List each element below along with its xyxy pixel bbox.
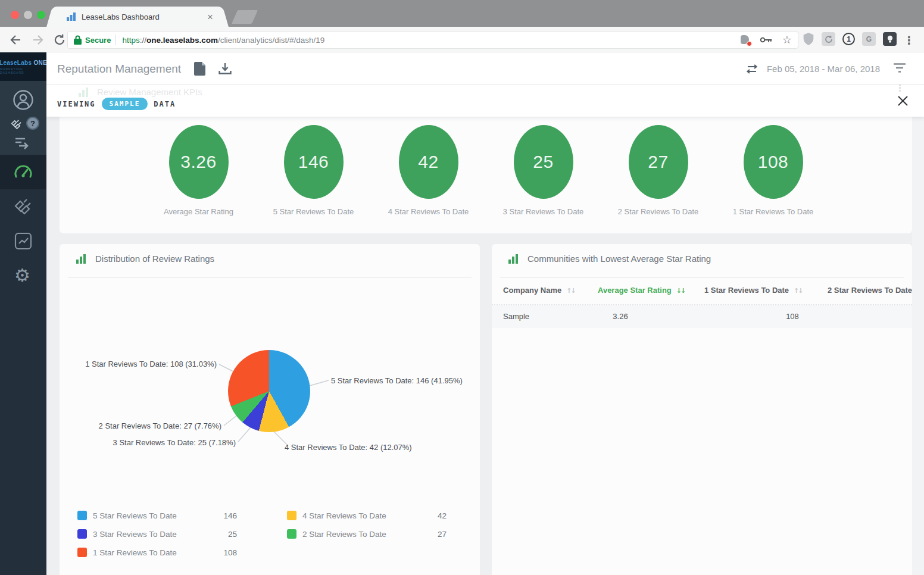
tab-favicon-chart-icon xyxy=(67,12,76,21)
pie-label-4-star: 4 Star Reviews To Date: 42 (12.07%) xyxy=(285,443,412,452)
url-divider xyxy=(116,35,116,45)
legend-item-3-star[interactable]: 3 Star Reviews To Date 25 xyxy=(77,529,287,539)
scroll-gutter[interactable] xyxy=(912,52,924,575)
viewing-prefix: VIEWING xyxy=(57,100,96,108)
shield-extension-icon[interactable] xyxy=(803,32,814,46)
kpi-card: 3.26 Average Star Rating 146 5 Star Revi… xyxy=(60,117,912,233)
legend-item-4-star[interactable]: 4 Star Reviews To Date 42 xyxy=(287,511,497,520)
communities-card: Communities with Lowest Average Star Rat… xyxy=(492,244,912,575)
sort-icon: ↑↓ xyxy=(794,287,802,295)
column-company-name[interactable]: Company Name↑↓ xyxy=(503,286,575,295)
legend-swatch xyxy=(77,548,87,557)
viewing-suffix: DATA xyxy=(154,100,176,108)
cell-1-star: 108 xyxy=(772,312,813,321)
logo-accent: ONE xyxy=(33,60,47,66)
kpi-circle: 108 xyxy=(744,125,803,199)
extension-alert-icon[interactable] xyxy=(741,35,750,45)
pie-chart[interactable] xyxy=(228,350,310,432)
table-header-row: Company Name↑↓ Average Star Rating↓↓ 1 S… xyxy=(492,286,912,301)
column-2-star-reviews[interactable]: 2 Star Reviews To Date xyxy=(828,286,912,295)
report-document-icon[interactable] xyxy=(194,62,205,76)
sort-icon-active: ↓↓ xyxy=(676,287,685,295)
forward-button[interactable] xyxy=(31,33,45,47)
date-swap-icon[interactable] xyxy=(745,64,758,74)
g-extension-icon[interactable]: G xyxy=(862,32,876,46)
url-bar[interactable]: Secure https://one.leaselabs.com/client/… xyxy=(67,31,798,49)
zoom-window-button[interactable] xyxy=(37,11,45,19)
logo-subtitle: MARKETING DASHBOARD xyxy=(0,67,46,74)
pie-label-5-star: 5 Star Reviews To Date: 146 (41.95%) xyxy=(331,376,463,385)
app-logo: LeaseLabs ONE MARKETING DASHBOARD xyxy=(0,52,46,81)
privacy-extension-icon[interactable] xyxy=(883,32,897,46)
page-title: Reputation Management xyxy=(57,62,181,76)
legend-swatch xyxy=(287,511,296,520)
integrations-plug-icon[interactable] xyxy=(14,198,32,215)
browser-window: LeaseLabs Dashboard × Secure https://one… xyxy=(0,0,924,575)
browser-menu-icon[interactable]: ⋮ xyxy=(904,34,914,46)
column-1-star-reviews[interactable]: 1 Star Reviews To Date↑↓ xyxy=(704,286,803,295)
table-row[interactable]: Sample 3.26 108 xyxy=(492,305,912,328)
legend-item-2-star[interactable]: 2 Star Reviews To Date 27 xyxy=(287,529,497,539)
pie-label-1-star: 1 Star Reviews To Date: 108 (31.03%) xyxy=(71,360,217,368)
user-avatar-icon[interactable] xyxy=(13,89,34,111)
secure-lock-icon xyxy=(74,35,82,45)
tab-close-icon[interactable]: × xyxy=(207,12,213,22)
kpi-1-star-reviews: 108 1 Star Reviews To Date xyxy=(716,125,831,233)
close-window-button[interactable] xyxy=(11,11,19,19)
new-tab-button[interactable] xyxy=(232,10,258,24)
date-range[interactable]: Feb 05, 2018 - Mar 06, 2018 xyxy=(767,64,880,74)
divider xyxy=(500,277,904,278)
url-domain: one.leaselabs.com xyxy=(146,36,218,45)
key-icon[interactable] xyxy=(760,35,773,45)
kpi-circle: 3.26 xyxy=(169,125,229,199)
viewing-sample-data-label: VIEWING SAMPLE DATA xyxy=(57,98,176,110)
kpi-5-star-reviews: 146 5 Star Reviews To Date xyxy=(256,125,371,233)
sync-extension-icon[interactable] xyxy=(822,32,835,46)
legend-item-1-star[interactable]: 1 Star Reviews To Date 108 xyxy=(77,548,287,557)
card-title: Distribution of Review Ratings xyxy=(95,254,214,264)
window-controls xyxy=(11,11,45,19)
sort-icon: ↑↓ xyxy=(566,287,575,295)
plug-mini-icon[interactable] xyxy=(11,119,22,130)
ghost-section-title: Review Management KPIs xyxy=(79,87,202,97)
kpi-2-star-reviews: 27 2 Star Reviews To Date xyxy=(601,125,716,233)
sample-badge: SAMPLE xyxy=(102,98,148,110)
legend-swatch xyxy=(77,511,87,520)
tab-strip: LeaseLabs Dashboard × xyxy=(0,0,924,27)
url-scheme: https xyxy=(122,36,139,45)
legend-item-5-star[interactable]: 5 Star Reviews To Date 146 xyxy=(77,511,287,520)
browser-tab[interactable]: LeaseLabs Dashboard × xyxy=(55,7,220,27)
cell-company: Sample xyxy=(503,312,529,321)
help-icon[interactable]: ? xyxy=(26,117,39,130)
dashboard-gauge-icon[interactable] xyxy=(13,162,33,182)
pie-label-3-star: 3 Star Reviews To Date: 25 (7.18%) xyxy=(95,438,236,447)
back-button[interactable] xyxy=(8,33,23,47)
faded-overflow-dots: ⋮ xyxy=(895,83,904,93)
reports-chart-icon[interactable] xyxy=(14,232,32,250)
settings-gear-icon[interactable]: ⚙ xyxy=(14,267,30,285)
kpi-circle: 25 xyxy=(514,125,573,199)
pie-legend: 5 Star Reviews To Date 146 4 Star Review… xyxy=(77,511,497,557)
secure-label: Secure xyxy=(85,36,111,45)
column-average-star-rating[interactable]: Average Star Rating↓↓ xyxy=(598,286,685,295)
legend-swatch xyxy=(77,529,87,539)
tab-title: LeaseLabs Dashboard xyxy=(82,12,207,21)
minimize-window-button[interactable] xyxy=(24,11,32,19)
download-icon[interactable] xyxy=(218,62,232,75)
activity-list-icon[interactable] xyxy=(14,136,31,150)
card-title: Communities with Lowest Average Star Rat… xyxy=(527,254,711,264)
filter-icon[interactable] xyxy=(893,62,906,73)
kpi-3-star-reviews: 25 3 Star Reviews To Date xyxy=(486,125,601,233)
main-content: Reputation Management Feb 05 xyxy=(46,52,924,575)
logo-primary: LeaseLabs xyxy=(0,60,32,66)
url-path: /client/analytics/dist/#/dash/19 xyxy=(218,36,324,45)
password-manager-extension-icon[interactable]: 1 xyxy=(842,33,855,45)
kpi-4-star-reviews: 42 4 Star Reviews To Date xyxy=(371,125,486,233)
kpi-circle: 42 xyxy=(399,125,458,199)
close-banner-icon[interactable] xyxy=(897,95,909,107)
page-header: Reputation Management Feb 05 xyxy=(46,52,924,85)
url-text[interactable]: https://one.leaselabs.com/client/analyti… xyxy=(122,36,733,45)
bookmark-star-icon[interactable]: ☆ xyxy=(782,35,792,45)
card-chart-icon xyxy=(76,254,87,264)
reload-button[interactable] xyxy=(52,33,67,47)
